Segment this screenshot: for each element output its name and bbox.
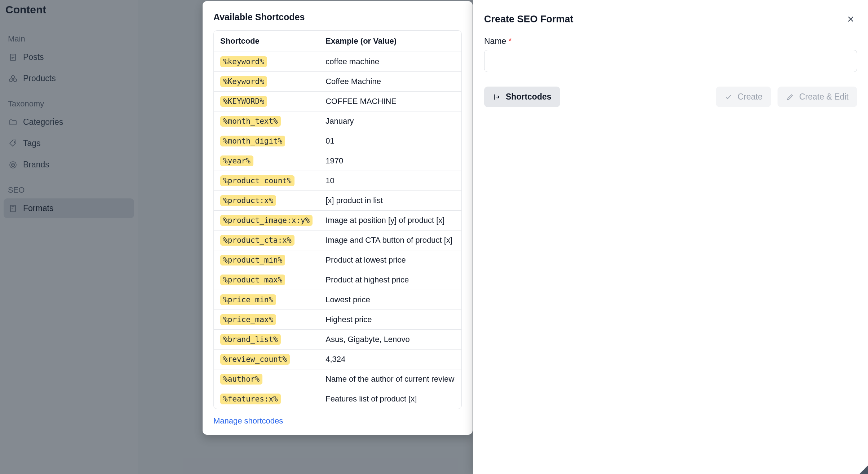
shortcode-chip[interactable]: %product_image:x:y% bbox=[220, 215, 313, 226]
insert-icon bbox=[493, 93, 501, 101]
table-row: %price_max%Highest price bbox=[214, 310, 461, 330]
shortcode-cell: %review_count% bbox=[214, 350, 319, 369]
shortcode-chip[interactable]: %KEYWORD% bbox=[220, 96, 267, 107]
table-row: %author%Name of the author of current re… bbox=[214, 369, 461, 389]
shortcode-cell: %KEYWORD% bbox=[214, 92, 319, 111]
shortcode-cell: %year% bbox=[214, 151, 319, 171]
shortcode-chip[interactable]: %product_min% bbox=[220, 255, 285, 265]
shortcode-cell: %keyword% bbox=[214, 52, 319, 72]
example-cell: Product at lowest price bbox=[319, 250, 461, 270]
resize-handle[interactable] bbox=[859, 465, 868, 474]
example-cell: Features list of product [x] bbox=[319, 389, 461, 409]
shortcode-cell: %month_text% bbox=[214, 111, 319, 131]
shortcode-cell: %price_max% bbox=[214, 310, 319, 330]
example-cell: [x] product in list bbox=[319, 191, 461, 211]
table-row: %KEYWORD%COFFEE MACHINE bbox=[214, 92, 461, 111]
table-row: %month_digit%01 bbox=[214, 131, 461, 151]
required-star: * bbox=[509, 36, 512, 46]
shortcode-chip[interactable]: %price_min% bbox=[220, 294, 276, 305]
example-cell: Product at highest price bbox=[319, 270, 461, 290]
pencil-icon bbox=[786, 93, 794, 101]
col-example: Example (or Value) bbox=[319, 31, 461, 52]
shortcode-cell: %month_digit% bbox=[214, 131, 319, 151]
shortcode-cell: %price_min% bbox=[214, 290, 319, 310]
shortcode-chip[interactable]: %features:x% bbox=[220, 394, 281, 404]
shortcode-cell: %features:x% bbox=[214, 389, 319, 409]
shortcode-table: Shortcode Example (or Value) %keyword%co… bbox=[213, 30, 462, 409]
table-row: %features:x%Features list of product [x] bbox=[214, 389, 461, 409]
example-cell: COFFEE MACHINE bbox=[319, 92, 461, 111]
button-label: Shortcodes bbox=[506, 92, 552, 102]
shortcode-cell: %brand_list% bbox=[214, 330, 319, 350]
name-input[interactable] bbox=[484, 50, 857, 72]
shortcode-chip[interactable]: %brand_list% bbox=[220, 334, 281, 345]
table-row: %product_min%Product at lowest price bbox=[214, 250, 461, 270]
example-cell: 01 bbox=[319, 131, 461, 151]
name-label: Name * bbox=[484, 36, 857, 46]
table-row: %product_count%10 bbox=[214, 171, 461, 191]
col-shortcode: Shortcode bbox=[214, 31, 319, 52]
example-cell: Image and CTA button of product [x] bbox=[319, 231, 461, 250]
table-row: %product_max%Product at highest price bbox=[214, 270, 461, 290]
shortcode-chip[interactable]: %keyword% bbox=[220, 56, 267, 67]
example-cell: Lowest price bbox=[319, 290, 461, 310]
manage-shortcodes-link[interactable]: Manage shortcodes bbox=[213, 416, 283, 426]
shortcode-chip[interactable]: %product:x% bbox=[220, 195, 276, 206]
create-drawer: Create SEO Format Name * Shortcodes bbox=[473, 0, 868, 474]
example-cell: January bbox=[319, 111, 461, 131]
close-button[interactable] bbox=[844, 13, 857, 26]
table-row: %product_image:x:y%Image at position [y]… bbox=[214, 211, 461, 231]
example-cell: coffee machine bbox=[319, 52, 461, 72]
create-edit-button[interactable]: Create & Edit bbox=[778, 87, 857, 107]
shortcode-cell: %product_max% bbox=[214, 270, 319, 290]
example-cell: Image at position [y] of product [x] bbox=[319, 211, 461, 231]
shortcode-cell: %author% bbox=[214, 369, 319, 389]
shortcode-chip[interactable]: %month_text% bbox=[220, 116, 281, 127]
shortcode-cell: %product_image:x:y% bbox=[214, 211, 319, 231]
shortcode-chip[interactable]: %product_cta:x% bbox=[220, 235, 294, 246]
shortcode-chip[interactable]: %Keyword% bbox=[220, 76, 267, 87]
create-button[interactable]: Create bbox=[716, 87, 771, 107]
shortcode-chip[interactable]: %product_max% bbox=[220, 275, 285, 285]
shortcode-chip[interactable]: %product_count% bbox=[220, 175, 294, 186]
table-row: %month_text%January bbox=[214, 111, 461, 131]
table-row: %product_cta:x%Image and CTA button of p… bbox=[214, 231, 461, 250]
shortcode-cell: %product:x% bbox=[214, 191, 319, 211]
shortcode-chip[interactable]: %month_digit% bbox=[220, 136, 285, 146]
shortcode-chip[interactable]: %author% bbox=[220, 374, 262, 385]
table-row: %price_min%Lowest price bbox=[214, 290, 461, 310]
example-cell: 10 bbox=[319, 171, 461, 191]
shortcode-chip[interactable]: %year% bbox=[220, 155, 253, 166]
table-row: %product:x%[x] product in list bbox=[214, 191, 461, 211]
modal-title: Available Shortcodes bbox=[213, 12, 462, 22]
drawer-title: Create SEO Format bbox=[484, 14, 574, 25]
name-label-text: Name bbox=[484, 36, 506, 46]
shortcode-cell: %product_min% bbox=[214, 250, 319, 270]
table-row: %review_count%4,324 bbox=[214, 350, 461, 369]
shortcodes-modal: Available Shortcodes Shortcode Example (… bbox=[203, 1, 473, 435]
shortcode-chip[interactable]: %price_max% bbox=[220, 314, 276, 325]
shortcode-cell: %product_cta:x% bbox=[214, 231, 319, 250]
button-label: Create & Edit bbox=[799, 92, 849, 102]
shortcode-cell: %product_count% bbox=[214, 171, 319, 191]
example-cell: Name of the author of current review bbox=[319, 369, 461, 389]
shortcode-chip[interactable]: %review_count% bbox=[220, 354, 290, 365]
table-row: %keyword%coffee machine bbox=[214, 52, 461, 72]
check-icon bbox=[725, 93, 732, 101]
close-icon bbox=[846, 14, 855, 24]
button-label: Create bbox=[738, 92, 762, 102]
example-cell: Coffee Machine bbox=[319, 72, 461, 92]
example-cell: Highest price bbox=[319, 310, 461, 330]
table-row: %brand_list%Asus, Gigabyte, Lenovo bbox=[214, 330, 461, 350]
example-cell: Asus, Gigabyte, Lenovo bbox=[319, 330, 461, 350]
shortcodes-button[interactable]: Shortcodes bbox=[484, 87, 560, 107]
shortcode-cell: %Keyword% bbox=[214, 72, 319, 92]
example-cell: 1970 bbox=[319, 151, 461, 171]
table-row: %Keyword%Coffee Machine bbox=[214, 72, 461, 92]
table-row: %year%1970 bbox=[214, 151, 461, 171]
example-cell: 4,324 bbox=[319, 350, 461, 369]
